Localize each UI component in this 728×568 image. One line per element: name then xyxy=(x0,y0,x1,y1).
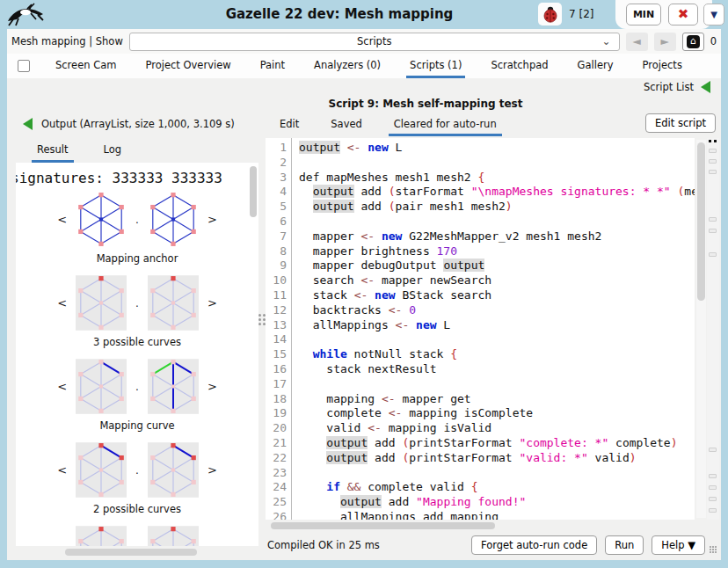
line-number-gutter: 1234567891011121314151617181920212223242… xyxy=(266,138,292,520)
output-tabs: ResultLog xyxy=(16,138,258,163)
line-number: 2 xyxy=(266,156,287,171)
code-line: output <- new L xyxy=(299,141,695,156)
line-number: 10 xyxy=(266,273,287,288)
annotation-tick xyxy=(709,159,717,164)
tab-analyzers-0[interactable]: Analyzers (0) xyxy=(310,54,384,78)
code-line xyxy=(299,332,695,347)
scrollbar-thumb[interactable] xyxy=(65,549,197,556)
annotation-tick xyxy=(709,252,717,257)
mesh-graph xyxy=(148,359,199,414)
code-line: output add (printStarFormat "valid: *" v… xyxy=(299,451,695,466)
mesh-graph xyxy=(76,192,127,247)
prev-mesh-button[interactable]: < xyxy=(57,463,67,477)
code-line: allMappings <- new L xyxy=(299,318,695,333)
next-mesh-button[interactable]: > xyxy=(207,213,217,226)
code-horizontal-scrollbar[interactable] xyxy=(266,521,695,530)
line-number: 15 xyxy=(266,347,287,362)
line-number: 4 xyxy=(266,185,287,200)
prev-mesh-button[interactable]: < xyxy=(57,213,67,226)
forget-auto-run-code-button[interactable]: Forget auto-run code xyxy=(471,535,597,555)
mesh-pair-row: <.> xyxy=(16,275,258,331)
signatures-text: signatures: 333333 333333 xyxy=(16,170,258,186)
screen-cam-checkbox[interactable] xyxy=(18,60,30,72)
output-panel-header: Output (ArrayList, size 1,000, 3.109 s) xyxy=(16,113,258,135)
mesh-graph xyxy=(76,526,127,546)
line-number: 22 xyxy=(266,451,287,466)
code-line xyxy=(299,466,695,481)
line-number: 24 xyxy=(266,480,287,495)
output-tab-result[interactable]: Result xyxy=(32,138,74,163)
nav-forward-button[interactable]: ► xyxy=(654,33,676,51)
annotation-tick xyxy=(709,448,717,452)
tab-scratchpad[interactable]: Scratchpad xyxy=(487,54,551,78)
prev-mesh-button[interactable]: < xyxy=(57,296,67,309)
code-line: output add (pair mesh1 mesh2) xyxy=(299,200,695,215)
panel-splitter-handle[interactable] xyxy=(258,314,266,328)
main-area: Script 9: Mesh self-mapping test Output … xyxy=(7,96,721,560)
annotation-tick xyxy=(709,508,717,513)
tab-screen-cam[interactable]: Screen Cam xyxy=(52,54,120,78)
code-lines[interactable]: output <- new Ldef mapMeshes mesh1 mesh2… xyxy=(292,138,695,520)
next-mesh-button[interactable]: > xyxy=(207,463,217,477)
line-number: 14 xyxy=(266,332,287,347)
output-horizontal-scrollbar[interactable] xyxy=(16,548,258,557)
close-button[interactable]: ✖ xyxy=(668,4,698,25)
tab-gallery[interactable]: Gallery xyxy=(574,54,617,78)
editor-status-bar: Compiled OK in 25 ms Forget auto-run cod… xyxy=(266,534,719,557)
output-tab-log[interactable]: Log xyxy=(98,138,127,163)
window-menu-button[interactable]: ▼ xyxy=(703,4,724,25)
annotation-tick xyxy=(709,474,717,478)
pair-separator: . xyxy=(135,297,139,309)
mesh-graph xyxy=(148,275,199,331)
code-editor[interactable]: 1234567891011121314151617181920212223242… xyxy=(266,138,695,520)
editor-tab-cleared-for-auto-run[interactable]: Cleared for auto-run xyxy=(389,113,502,136)
arrow-left-icon: ◄ xyxy=(633,35,641,47)
code-line: complete <- mapping isComplete xyxy=(299,406,695,421)
editor-tab-edit[interactable]: Edit xyxy=(274,113,304,136)
debug-button[interactable] xyxy=(538,3,562,25)
line-number: 17 xyxy=(266,377,287,392)
home-button[interactable]: ⌂ xyxy=(682,33,704,51)
annotation-dot xyxy=(709,140,711,142)
line-number: 3 xyxy=(266,171,287,186)
code-vertical-scrollbar[interactable] xyxy=(696,140,706,518)
collapse-left-icon[interactable] xyxy=(701,81,710,93)
code-line: mapping <- mapper get xyxy=(299,392,695,407)
line-number: 23 xyxy=(266,466,287,481)
tab-scripts-1[interactable]: Scripts (1) xyxy=(406,54,465,78)
output-content: signatures: 333333 333333 <.>Mapping anc… xyxy=(16,163,258,546)
help-button[interactable]: Help ▼ xyxy=(652,535,705,555)
line-number: 12 xyxy=(266,303,287,318)
output-vertical-scrollbar[interactable] xyxy=(250,166,257,217)
minimize-button[interactable]: MIN xyxy=(626,4,661,25)
scripts-dropdown[interactable]: Scripts ⌄ xyxy=(129,33,620,51)
edit-script-button[interactable]: Edit script xyxy=(645,113,716,133)
next-mesh-button[interactable]: > xyxy=(207,380,217,393)
tab-paint[interactable]: Paint xyxy=(257,54,288,78)
tab-project-overview[interactable]: Project Overview xyxy=(142,54,234,78)
next-mesh-button[interactable]: > xyxy=(207,296,217,309)
code-line: mapper debugOutput output xyxy=(299,259,695,273)
toolbar: Mesh mapping | Show Scripts ⌄ ◄ ► ⌂ 0 xyxy=(7,29,721,54)
resize-grip[interactable] xyxy=(710,546,719,556)
code-line: stack nextResult xyxy=(299,362,695,377)
line-number: 5 xyxy=(266,200,287,215)
annotation-tick xyxy=(709,229,717,233)
title-bar: Gazelle 22 dev: Mesh mapping 7 [2] MIN ✖… xyxy=(0,0,728,29)
nav-back-button[interactable]: ◄ xyxy=(626,33,648,51)
code-line xyxy=(299,156,695,171)
code-line xyxy=(299,377,695,392)
line-number: 20 xyxy=(266,421,287,436)
script-title: Script 9: Mesh self-mapping test xyxy=(139,98,712,110)
code-line xyxy=(299,215,695,229)
scrollbar-thumb[interactable] xyxy=(271,522,495,529)
toolbar-counter: 0 xyxy=(710,35,717,47)
editor-tab-saved[interactable]: Saved xyxy=(325,113,368,136)
run-button[interactable]: Run xyxy=(605,535,644,555)
mesh-graph xyxy=(76,442,127,498)
tab-projects[interactable]: Projects xyxy=(639,54,686,78)
scrollbar-thumb[interactable] xyxy=(697,142,705,301)
mesh-pair-row: <.> xyxy=(16,192,258,247)
collapse-output-icon[interactable] xyxy=(23,118,33,130)
prev-mesh-button[interactable]: < xyxy=(57,380,67,393)
